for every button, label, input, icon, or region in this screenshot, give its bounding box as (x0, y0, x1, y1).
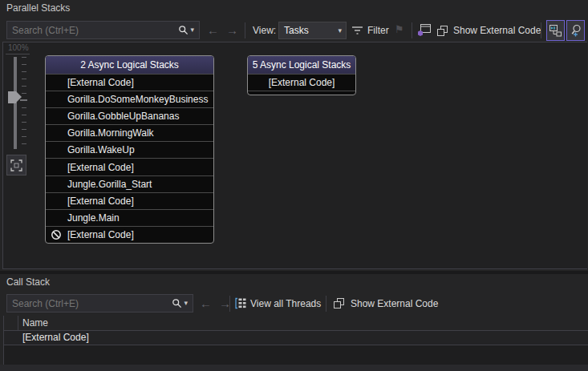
call-stack-search-box[interactable]: ▾ (6, 294, 193, 313)
frame-label: [External Code] (67, 77, 134, 88)
zoom-to-fit-icon (10, 159, 22, 171)
zoom-slider-ticks (22, 57, 26, 151)
toolbar-separator (541, 22, 541, 38)
stack-node-1-frames: [External Code] Gorilla.DoSomeMonkeyBusi… (46, 74, 213, 243)
zoom-control-icon (570, 24, 582, 37)
filter-icon (351, 26, 363, 35)
navigate-forward-icon[interactable]: → (226, 24, 238, 36)
toolbar-separator (245, 22, 245, 38)
search-icon (178, 25, 189, 35)
auto-scroll-to-current-frame-button[interactable] (546, 20, 565, 41)
stack-node-2-frames: [External Code] (248, 74, 355, 95)
search-input[interactable] (7, 25, 173, 36)
stack-frame[interactable]: [External Code] (46, 158, 213, 175)
no-entry-icon (51, 229, 62, 240)
horizontal-scrollbar-track[interactable] (0, 365, 588, 371)
panel-title-call-stack: Call Stack (6, 276, 50, 288)
view-label: View: (253, 25, 276, 36)
frame-label: Gorilla.WakeUp (67, 144, 135, 155)
external-code-icon (333, 297, 345, 309)
view-all-threads-icon (234, 297, 247, 309)
call-stack-frame-label: [External Code] (22, 332, 89, 343)
stack-frame[interactable]: Gorilla.DoSomeMonkeyBusiness (46, 91, 213, 107)
frame-label: Gorilla.GobbleUpBananas (67, 111, 179, 122)
search-button[interactable]: ▾ (173, 25, 199, 35)
stack-frame[interactable]: Jungle.Main (46, 209, 213, 226)
stack-node-2-header[interactable]: 5 Async Logical Stacks (248, 56, 355, 74)
table-row[interactable]: [External Code] (4, 331, 588, 345)
show-external-code-label-top[interactable]: Show External Code (453, 25, 541, 36)
external-code-icon (436, 25, 448, 37)
view-all-threads-button[interactable] (234, 297, 247, 309)
zoom-scale-topline (6, 54, 30, 54)
stacks-canvas[interactable]: 100% 2 Async Logical Stacks [External Co… (2, 42, 587, 269)
show-external-code-button-top[interactable] (436, 25, 448, 37)
stack-node-1-header[interactable]: 2 Async Logical Stacks (46, 56, 213, 74)
zoom-to-fit-button[interactable] (6, 155, 26, 175)
call-stack-panel: Call Stack ▾ ← → View all Threads (0, 274, 588, 371)
frame-label: Jungle.Gorilla_Start (67, 179, 152, 190)
toolbar-separator (326, 296, 326, 312)
filter-label[interactable]: Filter (367, 25, 389, 36)
show-external-code-label-bottom[interactable]: Show External Code (351, 298, 438, 309)
frame-label: Jungle.Main (67, 212, 120, 224)
view-mode-dropdown[interactable]: Tasks ▾ (278, 22, 347, 39)
show-external-code-button-bottom[interactable] (333, 297, 345, 309)
search-box[interactable]: ▾ (6, 21, 200, 39)
method-view-icon (417, 23, 432, 37)
stack-node-1[interactable]: 2 Async Logical Stacks [External Code] G… (45, 55, 214, 244)
search-options-caret-icon[interactable]: ▾ (184, 300, 188, 307)
view-dropdown-caret-icon: ▾ (338, 27, 346, 34)
frame-label: [External Code] (67, 229, 134, 240)
view-all-threads-label[interactable]: View all Threads (250, 298, 321, 309)
show-only-flagged-icon[interactable]: ⚑ (395, 23, 404, 35)
stack-frame[interactable]: [External Code] (46, 226, 213, 243)
stack-frame[interactable]: Gorilla.GobbleUpBananas (46, 107, 213, 124)
auto-scroll-to-current-frame-icon (549, 24, 562, 37)
call-stack-search-input[interactable] (7, 298, 167, 309)
parallel-stacks-panel: Parallel Stacks ▾ ← → View: Tasks ▾ Filt… (0, 0, 588, 271)
stack-frame[interactable]: Gorilla.MorningWalk (46, 124, 213, 141)
column-header-name[interactable]: Name (22, 317, 48, 329)
panel-title-parallel-stacks: Parallel Stacks (6, 2, 70, 14)
table-empty-area (4, 345, 588, 365)
search-options-caret-icon[interactable]: ▾ (190, 26, 194, 34)
frame-label: [External Code] (67, 196, 134, 207)
navigate-back-icon[interactable]: ← (200, 297, 212, 309)
call-stack-search-button[interactable]: ▾ (167, 298, 193, 308)
stack-frame[interactable]: [External Code] (248, 74, 355, 91)
search-icon (172, 298, 182, 308)
navigate-back-icon[interactable]: ← (207, 24, 219, 36)
filter-button[interactable] (351, 26, 363, 35)
frame-label: Gorilla.MorningWalk (67, 127, 154, 139)
method-view-button[interactable] (417, 23, 432, 37)
stack-frame[interactable]: Gorilla.WakeUp (46, 141, 213, 158)
zoom-slider-thumb[interactable] (8, 91, 16, 103)
frame-label: [External Code] (67, 162, 134, 173)
frame-label: [External Code] (269, 77, 335, 88)
zoom-level-label: 100% (8, 43, 29, 52)
stack-frame[interactable]: Jungle.Gorilla_Start (46, 175, 213, 192)
stack-frame[interactable]: [External Code] (46, 192, 213, 209)
stack-frame[interactable]: [External Code] (46, 74, 213, 91)
toggle-zoom-control-button[interactable] (566, 20, 585, 41)
frame-label: Gorilla.DoSomeMonkeyBusiness (67, 94, 208, 105)
toolbar-separator (229, 296, 230, 312)
view-mode-selected-value: Tasks (279, 25, 338, 36)
stack-node-2[interactable]: 5 Async Logical Stacks [External Code] (247, 55, 356, 95)
toolbar-separator (412, 22, 412, 38)
